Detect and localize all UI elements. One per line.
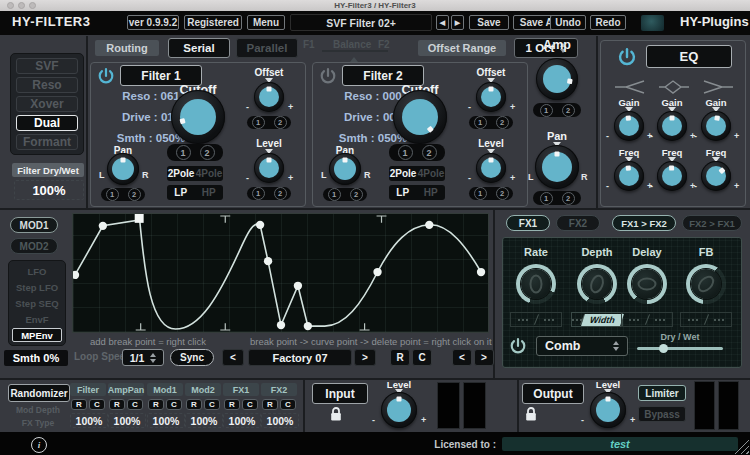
filter1-level-knob[interactable] xyxy=(254,153,284,183)
pole-4pole-option[interactable]: 4Pole xyxy=(196,168,223,179)
fx-route-21-button[interactable]: FX2 > FX1 xyxy=(682,215,742,231)
rand-c-button[interactable]: C xyxy=(280,399,296,410)
mode-xover-button[interactable]: Xover xyxy=(16,96,78,112)
pole-2pole-option[interactable]: 2Pole xyxy=(168,168,195,179)
slot2-toggle[interactable]: 2 xyxy=(274,116,287,129)
eq-gain1-knob[interactable] xyxy=(614,111,644,141)
slot2-toggle[interactable]: 2 xyxy=(422,145,437,160)
rand-r-button[interactable]: R xyxy=(262,399,278,410)
rand-c-button[interactable]: C xyxy=(242,399,258,410)
slot1-toggle[interactable]: 1 xyxy=(328,188,341,201)
type-hp-option[interactable]: HP xyxy=(424,187,438,198)
eq-freq3-knob[interactable] xyxy=(701,161,731,191)
eq-power-icon[interactable] xyxy=(616,46,638,68)
slot1-toggle[interactable]: 1 xyxy=(540,104,553,117)
bypass-button[interactable]: Bypass xyxy=(638,406,686,422)
slot1-toggle[interactable]: 1 xyxy=(252,116,265,129)
rand-depth-value[interactable]: 100% xyxy=(185,413,223,428)
fx-delay-mod-toggle[interactable] xyxy=(621,312,673,327)
output-lock-icon[interactable] xyxy=(524,406,538,422)
input-lock-icon[interactable] xyxy=(329,406,343,422)
fx-drywet-handle[interactable] xyxy=(659,344,668,353)
mode-reso-button[interactable]: Reso xyxy=(16,77,78,93)
fx-depth-width-toggle[interactable]: Width xyxy=(571,312,623,327)
fx2-tab[interactable]: FX2 xyxy=(556,215,600,231)
rand-r-button[interactable]: R xyxy=(71,399,87,410)
undo-button[interactable]: Undo xyxy=(550,15,586,30)
rand-r-button[interactable]: R xyxy=(109,399,125,410)
mod1-tab[interactable]: MOD1 xyxy=(10,217,58,233)
slot2-toggle[interactable]: 2 xyxy=(562,104,575,117)
rand-depth-value[interactable]: 100% xyxy=(261,413,299,428)
rand-depth-value[interactable]: 100% xyxy=(223,413,261,428)
mod-source-steplfo[interactable]: Step LFO xyxy=(12,280,62,294)
fx-fb-knob[interactable] xyxy=(686,264,726,304)
rand-depth-value[interactable]: 100% xyxy=(70,413,108,428)
preset-prev-icon[interactable]: ◀ xyxy=(436,15,449,30)
env-random-button[interactable]: R xyxy=(390,349,410,366)
fx1-tab[interactable]: FX1 xyxy=(506,215,550,231)
slot2-toggle[interactable]: 2 xyxy=(200,145,215,160)
rand-r-button[interactable]: R xyxy=(148,399,164,410)
rand-c-button[interactable]: C xyxy=(127,399,143,410)
preset-next-icon[interactable]: ▶ xyxy=(451,15,464,30)
rand-col-fx2[interactable]: FX2 xyxy=(261,383,297,396)
rand-c-button[interactable]: C xyxy=(204,399,220,410)
pole-4pole-option[interactable]: 4Pole xyxy=(418,168,445,179)
preset-display[interactable]: SVF Filter 02+ xyxy=(290,14,432,31)
slot1-toggle[interactable]: 1 xyxy=(176,145,191,160)
randomizer-button[interactable]: Randomizer xyxy=(8,384,70,402)
save-button[interactable]: Save xyxy=(469,15,509,30)
mod-source-lfo[interactable]: LFO xyxy=(12,264,62,278)
filter2-offset-knob[interactable] xyxy=(476,82,506,112)
filter2-level-knob[interactable] xyxy=(476,153,506,183)
filter2-pan-knob[interactable] xyxy=(329,153,361,185)
env-shift-right-icon[interactable]: > xyxy=(474,349,494,366)
slot1-toggle[interactable]: 1 xyxy=(474,116,487,129)
filter-drywet-value[interactable]: 100% xyxy=(14,180,84,200)
routing-parallel-button[interactable]: Parallel xyxy=(236,38,298,58)
fx-route-12-button[interactable]: FX1 > FX2 xyxy=(612,215,676,231)
filter1-offset-knob[interactable] xyxy=(254,82,284,112)
envelope-editor[interactable] xyxy=(72,213,489,333)
slot2-toggle[interactable]: 2 xyxy=(562,192,575,205)
registered-button[interactable]: Registered xyxy=(184,15,242,30)
fx-rate-knob[interactable] xyxy=(516,264,556,304)
eq-freq2-knob[interactable] xyxy=(657,161,687,191)
routing-serial-button[interactable]: Serial xyxy=(168,38,230,58)
mod-source-stepseq[interactable]: Step SEQ xyxy=(12,296,62,310)
env-clear-button[interactable]: C xyxy=(412,349,432,366)
filter1-power-icon[interactable] xyxy=(96,66,116,86)
balance-slider[interactable] xyxy=(322,50,388,52)
rand-c-button[interactable]: C xyxy=(166,399,182,410)
slot1-toggle[interactable]: 1 xyxy=(540,192,553,205)
mod-source-envf[interactable]: EnvF xyxy=(12,312,62,326)
rand-depth-value[interactable]: 100% xyxy=(147,413,185,428)
eq-gain2-knob[interactable] xyxy=(657,111,687,141)
sync-button[interactable]: Sync xyxy=(170,349,214,366)
slot2-toggle[interactable]: 2 xyxy=(274,187,287,200)
env-preset-next-icon[interactable]: > xyxy=(354,349,376,366)
envelope-selected-point[interactable] xyxy=(135,214,144,223)
amp-pan-knob[interactable] xyxy=(535,145,579,189)
input-level-knob[interactable] xyxy=(381,392,417,428)
mode-formant-button[interactable]: Formant xyxy=(16,134,78,150)
mode-dual-button[interactable]: Dual xyxy=(16,115,78,131)
fx-type-select[interactable]: Comb xyxy=(536,336,628,356)
fx-rate-mod-toggle[interactable] xyxy=(510,312,562,327)
mod-source-mpenv[interactable]: MPEnv xyxy=(12,328,62,342)
fx-depth-knob[interactable] xyxy=(577,264,617,304)
slot1-toggle[interactable]: 1 xyxy=(474,187,487,200)
rand-col-amppan[interactable]: AmpPan xyxy=(108,383,144,396)
width-tag[interactable]: Width xyxy=(581,314,624,326)
mod-smth-value[interactable]: Smth 0% xyxy=(4,350,68,366)
rand-col-fx1[interactable]: FX1 xyxy=(223,383,259,396)
rand-c-button[interactable]: C xyxy=(89,399,105,410)
slot2-toggle[interactable]: 2 xyxy=(350,188,363,201)
mode-svf-button[interactable]: SVF xyxy=(16,58,78,74)
fx-delay-knob[interactable] xyxy=(627,264,667,304)
slot1-toggle[interactable]: 1 xyxy=(398,145,413,160)
rand-col-mod2[interactable]: Mod2 xyxy=(185,383,221,396)
slot1-toggle[interactable]: 1 xyxy=(106,188,119,201)
menu-button[interactable]: Menu xyxy=(247,15,285,30)
